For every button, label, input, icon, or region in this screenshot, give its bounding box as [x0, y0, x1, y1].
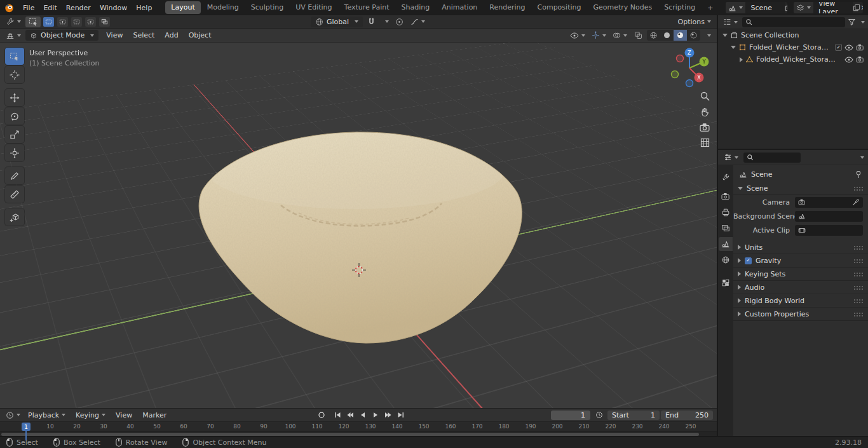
scrollbar-handle[interactable] — [1, 433, 699, 436]
shading-wireframe-button[interactable] — [647, 30, 660, 41]
panel-audio[interactable]: Audio — [733, 281, 868, 294]
snap-toggle-button[interactable] — [365, 17, 378, 27]
mode-dropdown[interactable]: Object Mode — [25, 30, 98, 41]
overlays-dropdown[interactable] — [611, 30, 629, 41]
gizmos-dropdown[interactable] — [590, 30, 608, 41]
panel-gravity[interactable]: Gravity — [733, 254, 868, 268]
tab-view-layer[interactable] — [719, 221, 733, 235]
frame-end-field[interactable]: End 250 — [661, 411, 713, 420]
topbar-menu[interactable]: Help — [132, 2, 156, 14]
viewport-editor-type-button[interactable] — [4, 30, 23, 41]
shading-material-button[interactable] — [674, 30, 687, 41]
camera-view-icon[interactable] — [700, 123, 710, 132]
shading-rendered-button[interactable] — [687, 30, 700, 41]
gizmo-axis-y-neg[interactable] — [672, 71, 679, 78]
camera-field[interactable] — [795, 197, 863, 208]
outliner-filter-dropdown[interactable] — [861, 21, 865, 24]
select-mode-extend-button[interactable] — [57, 17, 68, 27]
gravity-checkbox[interactable] — [745, 257, 752, 264]
viewport-menu[interactable]: Object — [184, 29, 217, 41]
tool-add-cube-button[interactable] — [5, 208, 24, 226]
properties-editor-type-button[interactable] — [722, 152, 740, 163]
marker-menu[interactable]: Marker — [138, 410, 171, 421]
keying-menu[interactable]: Keying — [71, 410, 110, 421]
tab-tool[interactable] — [719, 170, 733, 184]
tab-output[interactable] — [719, 205, 733, 219]
tool-move-button[interactable] — [5, 89, 24, 106]
transform-orientation-dropdown[interactable]: Global — [311, 17, 363, 27]
active-clip-field[interactable] — [795, 225, 863, 236]
tool-rotate-button[interactable] — [5, 107, 24, 125]
topbar-menu[interactable]: File — [18, 2, 39, 14]
next-keyframe-button[interactable] — [383, 411, 393, 420]
pin-icon[interactable] — [855, 170, 862, 179]
filter-icon[interactable] — [848, 18, 856, 26]
shading-settings-dropdown[interactable] — [703, 30, 713, 41]
workspace-tab[interactable]: Geometry Nodes — [587, 1, 658, 14]
workspace-tab[interactable]: Texture Paint — [339, 1, 395, 14]
use-preview-range-button[interactable] — [593, 411, 604, 420]
remove-view-layer-button[interactable] — [860, 2, 863, 13]
snap-settings-dropdown[interactable] — [381, 17, 391, 27]
add-workspace-button[interactable]: + — [702, 2, 718, 14]
workspace-tab[interactable]: Rendering — [484, 1, 531, 14]
autokey-record-button[interactable] — [316, 411, 327, 420]
properties-filter-dropdown[interactable] — [860, 156, 864, 159]
workspace-tab[interactable]: Modeling — [201, 1, 245, 14]
proportional-falloff-dropdown[interactable] — [409, 17, 427, 27]
gizmo-axis-x-neg[interactable] — [677, 55, 684, 62]
workspace-tab[interactable]: Sculpting — [245, 1, 289, 14]
scene-name[interactable]: Scene — [745, 2, 785, 13]
pan-hand-icon[interactable] — [700, 107, 710, 118]
ortho-toggle-icon[interactable] — [700, 137, 710, 148]
shading-solid-button[interactable] — [660, 30, 674, 41]
viewport-menu[interactable]: Add — [159, 29, 183, 41]
jump-start-button[interactable] — [332, 411, 342, 420]
playback-menu[interactable]: Playback — [24, 410, 70, 421]
tool-transform-button[interactable] — [5, 144, 24, 161]
panel-keying-sets[interactable]: Keying Sets — [733, 268, 868, 281]
tool-measure-button[interactable] — [5, 186, 24, 203]
disclosure-open-icon[interactable] — [731, 46, 736, 49]
background-scene-field[interactable] — [795, 211, 863, 222]
options-dropdown[interactable]: Options — [676, 17, 713, 27]
new-view-layer-button[interactable] — [853, 2, 860, 13]
disable-render-camera-icon[interactable] — [856, 44, 864, 51]
hide-eye-icon[interactable] — [844, 44, 853, 51]
object-visibility-dropdown[interactable] — [568, 30, 587, 41]
proportional-edit-toggle[interactable] — [393, 17, 406, 27]
properties-search-input[interactable] — [756, 153, 797, 161]
tool-cursor-button[interactable] — [5, 66, 24, 83]
prev-keyframe-button[interactable] — [344, 411, 355, 420]
tab-render[interactable] — [719, 189, 733, 203]
properties-search[interactable] — [743, 153, 801, 163]
select-mode-intersect-button[interactable] — [99, 17, 110, 27]
workspace-tab[interactable]: Animation — [436, 1, 483, 14]
viewport-menu[interactable]: Select — [128, 29, 159, 41]
view-menu[interactable]: View — [111, 410, 137, 421]
select-mode-subtract-button[interactable] — [71, 17, 82, 27]
view-layer-name[interactable]: View Layer — [813, 2, 853, 13]
eyedropper-icon[interactable] — [852, 198, 860, 206]
select-mode-invert-button[interactable] — [85, 17, 96, 27]
navigation-gizmo[interactable]: Z Y X — [664, 43, 715, 93]
new-scene-button[interactable] — [785, 2, 787, 13]
topbar-menu[interactable]: Render — [62, 2, 95, 14]
playhead[interactable]: 1 — [22, 423, 31, 431]
tool-scale-button[interactable] — [5, 126, 24, 143]
tool-annotate-button[interactable] — [5, 167, 24, 184]
tab-scene[interactable] — [719, 237, 733, 251]
disclosure-open-icon[interactable] — [722, 34, 728, 37]
topbar-menu[interactable]: Window — [95, 2, 132, 14]
tab-world[interactable] — [719, 253, 733, 267]
outliner-search[interactable] — [742, 17, 845, 27]
panel-rigid-body-world[interactable]: Rigid Body World — [733, 294, 868, 308]
basket-object[interactable] — [0, 43, 717, 408]
viewport-menu[interactable]: View — [101, 29, 128, 41]
timeline-editor-type-button[interactable] — [4, 410, 22, 421]
disable-render-camera-icon[interactable] — [856, 56, 864, 63]
workspace-tab[interactable]: Layout — [165, 1, 200, 14]
exclude-checkbox[interactable] — [835, 44, 842, 51]
outliner-row-scene-collection[interactable]: Scene Collection — [718, 29, 868, 41]
blender-logo-icon[interactable] — [4, 3, 15, 13]
